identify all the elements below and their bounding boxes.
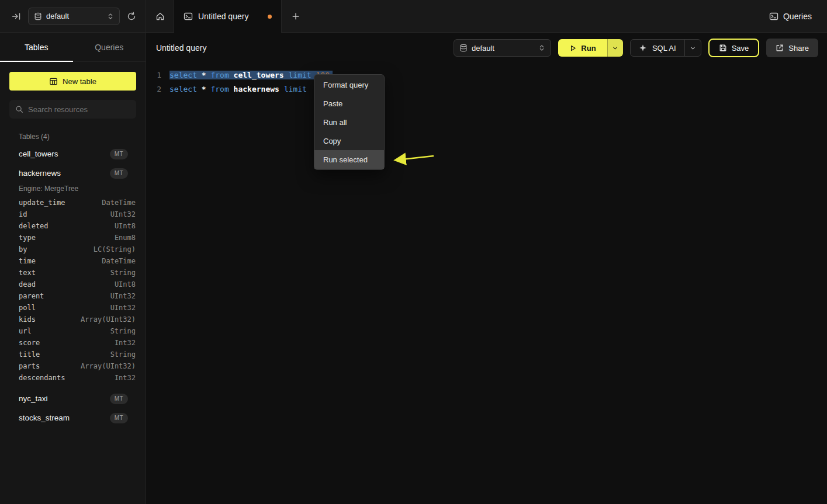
home-icon bbox=[155, 12, 165, 21]
column-type: String bbox=[110, 269, 136, 277]
table-row[interactable]: hackernewsMT bbox=[0, 164, 146, 183]
table-name: cell_towers bbox=[19, 150, 110, 158]
context-menu-item[interactable]: Paste bbox=[314, 94, 384, 113]
column-row: scoreInt32 bbox=[0, 337, 146, 349]
table-name: hackernews bbox=[19, 169, 110, 178]
play-icon bbox=[569, 44, 577, 52]
unsaved-indicator-dot bbox=[268, 15, 272, 19]
code-text: select * from hackernews limit bbox=[161, 82, 307, 96]
column-name: by bbox=[19, 245, 94, 253]
sidebar-tab-tables[interactable]: Tables bbox=[0, 33, 73, 61]
run-button-main[interactable]: Run bbox=[558, 39, 607, 57]
column-type: UInt8 bbox=[115, 222, 136, 230]
column-type: UInt8 bbox=[115, 280, 136, 289]
column-type: DateTime bbox=[102, 199, 136, 207]
header-controls: default Run bbox=[454, 39, 818, 57]
share-button-label: Share bbox=[788, 44, 809, 53]
refresh-icon bbox=[127, 12, 136, 21]
column-row: parentUInt32 bbox=[0, 290, 146, 302]
line-number: 1 bbox=[146, 68, 161, 82]
column-name: id bbox=[19, 210, 110, 218]
column-name: score bbox=[19, 339, 115, 347]
refresh-button[interactable] bbox=[126, 11, 137, 22]
search-input[interactable] bbox=[28, 105, 130, 114]
column-row: timeDateTime bbox=[0, 255, 146, 267]
tab-untitled-query[interactable]: Untitled query bbox=[174, 0, 282, 33]
column-row: pollUInt32 bbox=[0, 302, 146, 314]
table-row[interactable]: stocks_streamMT bbox=[0, 408, 146, 427]
chevron-updown-icon bbox=[107, 13, 114, 20]
query-workspace: Untitled query default bbox=[146, 33, 827, 504]
column-name: dead bbox=[19, 280, 115, 289]
run-button[interactable]: Run bbox=[558, 39, 623, 57]
new-tab-button[interactable] bbox=[282, 0, 309, 32]
column-row: titleString bbox=[0, 349, 146, 360]
queries-button-label: Queries bbox=[783, 12, 812, 21]
database-selector-value: default bbox=[46, 12, 103, 20]
table-grid-icon bbox=[49, 77, 58, 86]
column-type: Int32 bbox=[115, 374, 136, 382]
column-row: typeEnum8 bbox=[0, 232, 146, 244]
code-token: hackernews bbox=[234, 85, 284, 93]
table-name: nyc_taxi bbox=[19, 394, 110, 403]
collapse-sidebar-button[interactable] bbox=[11, 11, 22, 22]
code-line[interactable]: 1select * from cell_towers limit 100 bbox=[146, 68, 827, 82]
database-selector[interactable]: default bbox=[28, 8, 120, 25]
context-menu-item[interactable]: Copy bbox=[314, 131, 384, 150]
save-button-label: Save bbox=[732, 44, 749, 53]
column-type: UInt32 bbox=[110, 304, 136, 312]
context-menu-item[interactable]: Run all bbox=[314, 113, 384, 131]
column-type: Array(UInt32) bbox=[81, 315, 136, 324]
tables-section-header: Tables (4) bbox=[0, 133, 146, 141]
column-row: deletedUInt8 bbox=[0, 220, 146, 232]
column-name: parent bbox=[19, 292, 110, 300]
table-engine-badge: MT bbox=[110, 149, 128, 159]
run-options-button[interactable] bbox=[607, 39, 623, 57]
sql-ai-options-button[interactable] bbox=[684, 40, 701, 56]
code-token: * bbox=[202, 85, 211, 93]
table-row[interactable]: cell_towersMT bbox=[0, 144, 146, 164]
column-name: text bbox=[19, 269, 110, 277]
topbar-spacer bbox=[309, 0, 769, 32]
code-token: select bbox=[169, 71, 202, 79]
code-token: cell_towers bbox=[234, 71, 289, 79]
query-database-selector[interactable]: default bbox=[454, 39, 551, 57]
query-header: Untitled query default bbox=[146, 33, 827, 63]
column-name: descendants bbox=[19, 374, 115, 382]
column-type: Array(UInt32) bbox=[81, 362, 136, 370]
context-menu-item[interactable]: Run selected bbox=[314, 150, 384, 169]
database-icon bbox=[34, 12, 42, 20]
column-row: textString bbox=[0, 267, 146, 279]
sql-ai-button[interactable]: SQL AI bbox=[630, 39, 701, 57]
collapse-sidebar-icon bbox=[12, 12, 21, 21]
table-engine-badge: MT bbox=[110, 394, 128, 404]
save-button[interactable]: Save bbox=[708, 39, 760, 57]
home-tab-button[interactable] bbox=[146, 0, 174, 32]
code-editor[interactable]: 1select * from cell_towers limit 1002sel… bbox=[146, 63, 827, 96]
sql-ai-button-label: SQL AI bbox=[652, 44, 676, 53]
queries-button[interactable]: Queries bbox=[769, 12, 812, 21]
table-engine-badge: MT bbox=[110, 413, 128, 423]
tabstrip: Untitled query bbox=[146, 0, 309, 32]
column-type: LC(String) bbox=[94, 245, 136, 253]
code-line[interactable]: 2select * from hackernews limit bbox=[146, 82, 827, 96]
table-engine-badge: MT bbox=[110, 168, 128, 179]
column-name: url bbox=[19, 327, 110, 335]
sql-ai-main[interactable]: SQL AI bbox=[631, 40, 684, 56]
column-name: kids bbox=[19, 315, 81, 324]
table-name: stocks_stream bbox=[19, 413, 110, 422]
context-menu: Format queryPasteRun allCopyRun selected bbox=[314, 74, 385, 170]
table-row[interactable]: nyc_taxiMT bbox=[0, 389, 146, 408]
column-name: poll bbox=[19, 304, 110, 312]
column-row: deadUInt8 bbox=[0, 279, 146, 290]
sidebar-tab-queries[interactable]: Queries bbox=[73, 33, 146, 61]
queries-icon bbox=[769, 12, 778, 21]
line-number: 2 bbox=[146, 82, 161, 96]
column-name: parts bbox=[19, 362, 81, 370]
context-menu-item[interactable]: Format query bbox=[314, 75, 384, 94]
column-row: partsArray(UInt32) bbox=[0, 360, 146, 372]
new-table-button[interactable]: New table bbox=[9, 72, 136, 91]
share-button[interactable]: Share bbox=[766, 39, 818, 57]
column-type: UInt32 bbox=[110, 292, 136, 300]
sidebar: Tables Queries New table Tables (4) cell… bbox=[0, 33, 146, 504]
